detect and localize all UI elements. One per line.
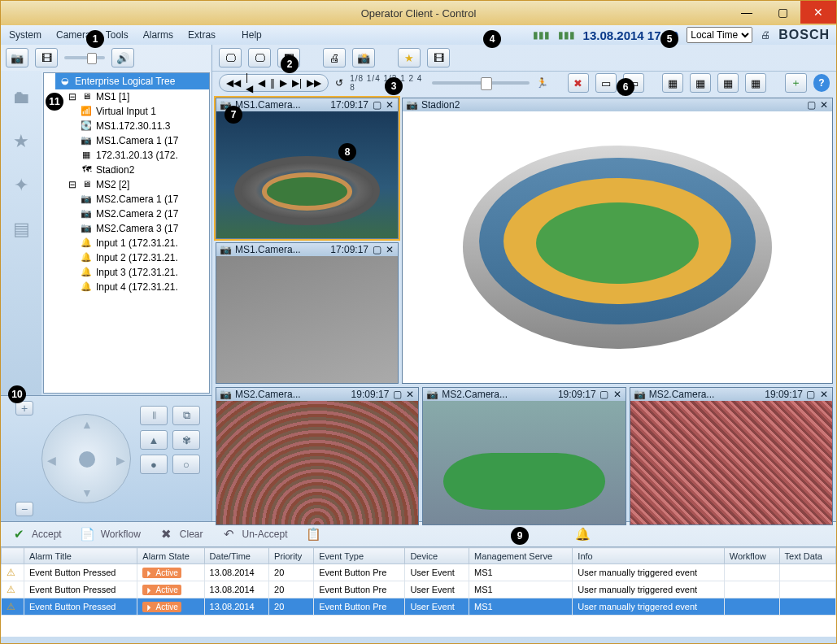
grid-1-icon[interactable]: ▦ — [662, 73, 683, 93]
ptz-preset-2[interactable]: ⧉ — [172, 406, 200, 425]
ptz-focus-near[interactable]: ▲ — [140, 430, 168, 450]
ptz-preset-1[interactable]: ⦀ — [140, 406, 168, 425]
step-fwd-icon[interactable]: ▶| — [292, 77, 302, 89]
alarm-doc-icon[interactable]: 📋 — [306, 526, 322, 542]
add-pane-icon[interactable]: ＋ — [785, 73, 806, 93]
column-header[interactable]: Text Data — [779, 548, 835, 564]
run-icon[interactable]: 🏃 — [536, 77, 548, 89]
rewind-icon[interactable]: ◀◀ — [226, 77, 241, 89]
tool-2-icon[interactable]: 🖵 — [248, 48, 271, 67]
sequence-icon[interactable]: 🎞 — [427, 48, 450, 67]
compass-icon[interactable]: ✦ — [9, 175, 33, 196]
fast-fwd-icon[interactable]: ▶▶ — [307, 77, 321, 89]
accept-button[interactable]: ✔Accept — [11, 526, 62, 542]
tree-item[interactable]: 🔔Input 3 (172.31.21. — [78, 265, 209, 280]
minimize-button[interactable]: — — [729, 1, 765, 24]
grid-4-icon[interactable]: ▦ — [745, 73, 766, 93]
menu-help[interactable]: Help — [242, 29, 262, 41]
alarm-row[interactable]: ⚠Event Button Pressed⏵ Active13.08.20142… — [2, 598, 836, 616]
video-pane[interactable]: 📷MS2.Camera...19:09:17▢✕◀🎞⚙◀🎞 — [630, 387, 833, 525]
timezone-select[interactable]: Local Time — [687, 27, 752, 43]
snapshot-icon[interactable]: 📸 — [352, 48, 375, 67]
maximize-button[interactable]: ▢ — [765, 1, 800, 24]
tree-root[interactable]: ◒Enterprise Logical Tree — [55, 73, 209, 89]
playback-controls[interactable]: ◀◀ |◀ ◀ ‖ ▶ ▶| ▶▶ — [219, 74, 329, 92]
list-icon[interactable]: ▤ — [9, 219, 33, 240]
pane-maximize-icon[interactable]: ▢ — [806, 389, 816, 400]
favorite-icon[interactable]: ★ — [398, 48, 421, 67]
loop-icon[interactable]: ↺ — [335, 77, 343, 89]
tree-tab-icon[interactable]: 🖿 — [9, 87, 33, 108]
alarm-grid[interactable]: Alarm TitleAlarm StateDate/TimePriorityE… — [1, 546, 836, 637]
pause-icon[interactable]: ‖ — [270, 77, 275, 89]
tree-node-ms2[interactable]: ⊟🖥MS2 [2] — [67, 177, 209, 192]
video-pane[interactable]: 📷Stadion2▢✕ — [402, 98, 833, 384]
playback-icon[interactable]: 🎞 — [35, 48, 58, 67]
pane-close-icon[interactable]: ✕ — [819, 99, 829, 111]
column-header[interactable]: Alarm State — [137, 548, 204, 564]
pane-maximize-icon[interactable]: ▢ — [599, 389, 609, 400]
print-icon[interactable]: 🖨 — [761, 29, 770, 41]
layout-1-icon[interactable]: ▭ — [595, 73, 617, 93]
bell-icon[interactable]: 🔔 — [575, 526, 591, 542]
pane-maximize-icon[interactable]: ▢ — [392, 389, 402, 400]
column-header[interactable]: Date/Time — [204, 548, 268, 564]
ptz-iris-open[interactable]: ● — [140, 455, 168, 474]
pane-maximize-icon[interactable]: ▢ — [372, 244, 381, 255]
pane-maximize-icon[interactable]: ▢ — [372, 99, 381, 111]
unaccept-button[interactable]: ↶Un-Accept — [221, 526, 288, 542]
pane-close-icon[interactable]: ✕ — [405, 389, 415, 400]
video-pane[interactable]: 📷MS1.Camera...17:09:17▢✕◀🎞⚙◀🎞 — [216, 242, 399, 384]
play-back-icon[interactable]: ◀ — [258, 77, 265, 89]
column-header[interactable]: Workflow — [724, 548, 779, 564]
video-pane[interactable]: 📷MS2.Camera...19:09:17▢✕◀🎞⚙◀🎞 — [216, 387, 419, 525]
tool-1-icon[interactable]: 🖵 — [219, 48, 242, 67]
tree-item[interactable]: ▦172.31.20.13 (172. — [78, 148, 209, 163]
workflow-button[interactable]: 📄Workflow — [80, 526, 141, 542]
video-pane[interactable]: 📷MS2.Camera...19:09:17▢✕◀🎞⚙◀🎞 — [422, 387, 626, 525]
close-button[interactable]: ✕ — [800, 1, 836, 24]
alarm-row[interactable]: ⚠Event Button Pressed⏵ Active13.08.20142… — [2, 581, 836, 598]
ptz-joystick[interactable]: ▲ ▼ ◀ ▶ — [41, 414, 131, 503]
menu-system[interactable]: System — [9, 29, 41, 41]
tree-item[interactable]: 📶Virtual Input 1 — [78, 104, 209, 119]
tree-item[interactable]: 🔔Input 4 (172.31.21. — [78, 280, 209, 294]
column-header[interactable]: Alarm Title — [24, 548, 137, 564]
column-header[interactable]: Event Type — [314, 548, 405, 564]
tree-node-ms1[interactable]: ⊟🖥MS1 [1] — [67, 89, 209, 104]
print-icon[interactable]: 🖨 — [323, 48, 346, 67]
help-icon[interactable]: ? — [813, 74, 830, 92]
pane-close-icon[interactable]: ✕ — [612, 389, 622, 400]
menu-alarms[interactable]: Alarms — [143, 29, 173, 41]
column-header[interactable]: Management Serve — [469, 548, 573, 564]
tree-item[interactable]: 🔔Input 2 (172.31.21. — [78, 250, 209, 265]
clear-button[interactable]: ✖Clear — [159, 526, 203, 542]
star-icon[interactable]: ★ — [9, 131, 33, 152]
pane-maximize-icon[interactable]: ▢ — [806, 99, 816, 111]
logical-tree[interactable]: ◒Enterprise Logical Tree ⊟🖥MS1 [1] 📶Virt… — [43, 72, 210, 394]
pane-close-icon[interactable]: ✕ — [385, 99, 395, 111]
play-icon[interactable]: ▶ — [280, 77, 287, 89]
tree-item[interactable]: 💽MS1.172.30.11.3 — [78, 119, 209, 133]
pane-close-icon[interactable]: ✕ — [385, 244, 395, 255]
grid-3-icon[interactable]: ▦ — [717, 73, 739, 93]
ptz-zoom-out[interactable]: − — [15, 502, 33, 516]
tree-item[interactable]: 📷MS2.Camera 2 (17 — [78, 207, 209, 221]
tree-item[interactable]: 🔔Input 1 (172.31.21. — [78, 236, 209, 250]
column-header[interactable]: Info — [573, 548, 724, 564]
video-pane[interactable]: 📷MS1.Camera...17:09:17▢✕◀🎞⚙◀🎞 — [216, 98, 399, 239]
step-back-icon[interactable]: |◀ — [246, 72, 253, 94]
tree-item[interactable]: 📷MS2.Camera 1 (17 — [78, 192, 209, 207]
ptz-focus-far[interactable]: ✾ — [172, 430, 200, 450]
tree-item[interactable]: 📷MS2.Camera 3 (17 — [78, 221, 209, 236]
tree-item[interactable]: 📷MS1.Camera 1 (17 — [78, 133, 209, 148]
delete-pane-icon[interactable]: ✖ — [568, 73, 589, 93]
speaker-icon[interactable]: 🔊 — [111, 48, 134, 67]
pane-close-icon[interactable]: ✕ — [819, 389, 829, 400]
ptz-iris-close[interactable]: ○ — [172, 455, 200, 474]
column-header[interactable]: Device — [405, 548, 469, 564]
volume-slider[interactable] — [64, 56, 105, 59]
camera-icon[interactable]: 📷 — [6, 48, 28, 67]
grid-2-icon[interactable]: ▦ — [690, 73, 711, 93]
alarm-row[interactable]: ⚠Event Button Pressed⏵ Active13.08.20142… — [2, 564, 836, 581]
